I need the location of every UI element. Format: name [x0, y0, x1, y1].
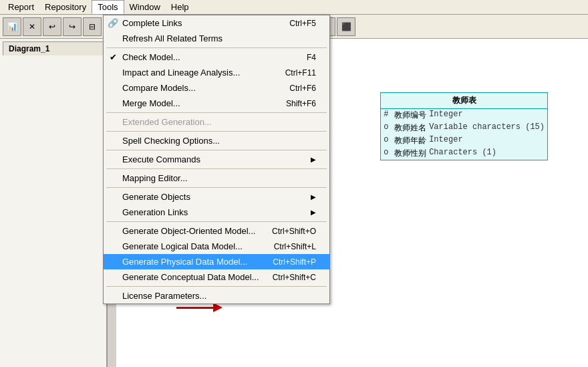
menu-label: Compare Models...: [122, 83, 196, 93]
menu-shortcut: Shift+F6: [286, 99, 316, 108]
menu-label: Generate Logical Data Model...: [122, 241, 243, 251]
row-name-3: 教师年龄: [394, 135, 429, 146]
separator: [106, 47, 327, 48]
menu-check-model[interactable]: ✔ Check Model... F4: [104, 49, 329, 65]
menu-label: Impact and Lineage Analysis...: [122, 68, 240, 78]
row-name-1: 教师编号: [394, 110, 429, 121]
separator: [106, 187, 327, 188]
diagram-tab[interactable]: Diagram_1: [3, 41, 106, 55]
menu-compare-models[interactable]: Compare Models... Ctrl+F6: [104, 80, 329, 96]
menu-shortcut: Ctrl+F11: [285, 68, 316, 78]
separator: [106, 168, 327, 169]
menu-generate-objects[interactable]: Generate Objects ▶: [104, 189, 329, 205]
menu-shortcut: Ctrl+F5: [289, 19, 316, 28]
menu-label: Generate Objects: [122, 192, 190, 202]
menubar-help[interactable]: Help: [166, 1, 194, 13]
arrow-line: [176, 307, 213, 309]
menu-label: Check Model...: [122, 52, 180, 62]
row-type-1: Integer: [429, 110, 462, 119]
row-marker-3: o: [384, 135, 394, 144]
separator: [106, 286, 327, 287]
entity-box: 教师表 # 教师编号 Integer o 教师姓名 Variable chara…: [380, 92, 548, 160]
menu-generate-logical-model[interactable]: Generate Logical Data Model... Ctrl+Shif…: [104, 239, 329, 254]
menubar-report[interactable]: Report: [3, 1, 39, 13]
toolbar-undo-btn[interactable]: ↩: [43, 17, 61, 36]
menu-generate-physical-model[interactable]: Generate Physical Data Model... Ctrl+Shi…: [104, 254, 329, 269]
menu-label: Execute Commands: [122, 154, 200, 164]
menubar-window[interactable]: Window: [124, 1, 166, 13]
menu-shortcut: Ctrl+Shift+L: [274, 242, 316, 251]
row-type-3: Integer: [429, 135, 462, 144]
menu-merge-model[interactable]: Merge Model... Shift+F6: [104, 96, 329, 111]
submenu-arrow-icon: ▶: [311, 156, 316, 163]
row-name-4: 教师性别: [394, 148, 429, 159]
menubar-tools[interactable]: Tools: [92, 0, 124, 14]
separator: [106, 112, 327, 113]
menu-complete-links[interactable]: 🔗 Complete Links Ctrl+F5: [104, 15, 329, 31]
separator: [106, 131, 327, 132]
row-marker-1: #: [384, 110, 394, 119]
table-row: o 教师年龄 Integer: [381, 134, 547, 147]
menubar-repository[interactable]: Repository: [39, 1, 92, 13]
left-panel: Diagram_1: [0, 39, 107, 367]
menu-label: Refresh All Related Terms: [122, 33, 223, 43]
menubar: Report Repository Tools Window Help: [0, 0, 588, 15]
menu-shortcut: Ctrl+Shift+P: [273, 257, 316, 267]
row-type-4: Characters (1): [429, 148, 496, 157]
check-model-icon: ✔: [108, 52, 118, 63]
entity-title: 教师表: [381, 93, 547, 109]
menu-label: Mapping Editor...: [122, 173, 188, 183]
row-type-2: Variable characters (15): [429, 122, 545, 132]
menu-generate-conceptual-model[interactable]: Generate Conceptual Data Model... Ctrl+S…: [104, 269, 329, 285]
table-row: # 教师编号 Integer: [381, 109, 547, 122]
menu-label: Generation Links: [122, 207, 188, 217]
toolbar-btn17[interactable]: ⬛: [337, 17, 355, 36]
menu-label: Spell Checking Options...: [122, 136, 220, 146]
menu-spell-checking[interactable]: Spell Checking Options...: [104, 133, 329, 148]
table-row: o 教师性别 Characters (1): [381, 147, 547, 160]
menu-mapping-editor[interactable]: Mapping Editor...: [104, 170, 329, 186]
tools-dropdown: 🔗 Complete Links Ctrl+F5 Refresh All Rel…: [103, 15, 330, 304]
toolbar-redo-btn[interactable]: ↪: [63, 17, 82, 36]
menu-impact-lineage[interactable]: Impact and Lineage Analysis... Ctrl+F11: [104, 65, 329, 80]
submenu-arrow-icon: ▶: [311, 193, 316, 201]
menu-shortcut: Ctrl+Shift+C: [273, 273, 316, 282]
menu-label: License Parameters...: [122, 291, 206, 301]
complete-links-icon: 🔗: [108, 18, 118, 29]
row-name-2: 教师姓名: [394, 122, 429, 134]
menu-execute-commands[interactable]: Execute Commands ▶: [104, 152, 329, 167]
menu-shortcut: Ctrl+F6: [289, 84, 316, 93]
menu-label: Merge Model...: [122, 98, 180, 108]
menu-license-parameters[interactable]: License Parameters...: [104, 288, 329, 303]
table-row: o 教师姓名 Variable characters (15): [381, 122, 547, 134]
separator: [106, 221, 327, 222]
row-marker-2: o: [384, 122, 394, 132]
row-marker-4: o: [384, 148, 394, 157]
separator: [106, 150, 327, 150]
menu-label: Generate Conceptual Data Model...: [122, 272, 259, 282]
toolbar-close-btn[interactable]: ✕: [23, 17, 41, 36]
menu-label: Extended Generation...: [122, 117, 212, 127]
menu-label: Complete Links: [122, 18, 182, 28]
toolbar-save-btn[interactable]: ⊟: [83, 17, 102, 36]
menu-label: Generate Object-Oriented Model...: [122, 226, 255, 236]
menu-generate-oo-model[interactable]: Generate Object-Oriented Model... Ctrl+S…: [104, 223, 329, 239]
menu-refresh-terms[interactable]: Refresh All Related Terms: [104, 31, 329, 46]
menu-shortcut: F4: [307, 53, 316, 62]
menu-label: Generate Physical Data Model...: [122, 257, 247, 267]
menu-generation-links[interactable]: Generation Links ▶: [104, 205, 329, 220]
red-arrow: [176, 303, 223, 312]
submenu-arrow-icon: ▶: [311, 209, 316, 216]
toolbar-report-btn[interactable]: 📊: [3, 17, 21, 36]
menu-extended-generation[interactable]: Extended Generation...: [104, 114, 329, 130]
arrow-head: [213, 303, 223, 312]
menu-shortcut: Ctrl+Shift+O: [272, 227, 316, 236]
